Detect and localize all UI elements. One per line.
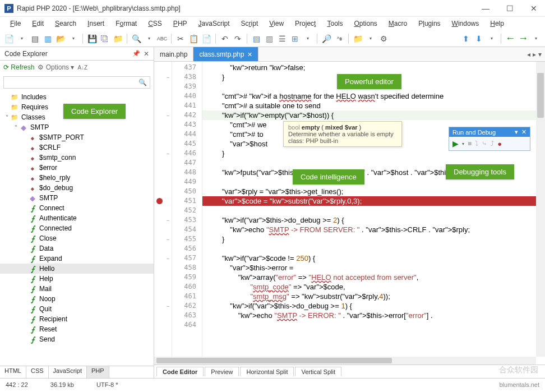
step-into-icon[interactable]: ⤷ — [482, 140, 487, 147]
tree-item[interactable]: ⨍Send — [0, 334, 154, 344]
pin-icon[interactable]: 📌 — [132, 50, 140, 57]
dropdown-icon[interactable]: ▾ — [530, 33, 542, 44]
tree-item[interactable]: ⨍Noop — [0, 294, 154, 304]
code-content[interactable]: "kw">return "kw">false; } "cmt"># "kw">i… — [202, 62, 545, 357]
paste-icon[interactable]: 📄 — [201, 33, 212, 44]
vertical-scrollbar[interactable] — [536, 62, 545, 357]
save-icon[interactable]: 💾 — [86, 33, 98, 44]
tree-includes[interactable]: 📁Includes — [0, 92, 154, 102]
tree-item[interactable]: ⨍Data — [0, 243, 154, 253]
debug-panel-header[interactable]: Run and Debug ▾ ✕ — [449, 127, 530, 137]
redo-icon[interactable]: ↷ — [232, 33, 243, 44]
sidebar-tab-php[interactable]: PHP — [87, 366, 109, 378]
tab-menu-icon[interactable]: ▾ — [538, 50, 542, 58]
dropdown-icon[interactable]: ▾ — [365, 33, 376, 44]
new-file-icon[interactable]: 📄 — [3, 33, 15, 44]
menu-script[interactable]: Script — [237, 19, 263, 29]
tree-item[interactable]: ⨍Mail — [0, 284, 154, 294]
code-view[interactable]: −−−−−−− 43743843944044144244344444544644… — [154, 62, 545, 357]
minimize-button[interactable]: — — [478, 4, 493, 13]
sort-button[interactable]: A↓Z — [77, 64, 87, 71]
next-tab-icon[interactable]: ▸ — [533, 50, 536, 58]
tree-item[interactable]: ⬥$do_debug — [0, 183, 154, 193]
tree-item[interactable]: ⨍Quit — [0, 304, 154, 314]
search-input[interactable] — [3, 76, 150, 89]
indent-icon[interactable]: ▤ — [251, 33, 262, 44]
spell-icon[interactable]: ABC — [156, 33, 168, 44]
upload-icon[interactable]: ⬆ — [460, 33, 472, 44]
tree-item[interactable]: ⨍Authenticate — [0, 213, 154, 223]
tree-item[interactable]: ⬥$helo_rply — [0, 173, 154, 183]
outdent-icon[interactable]: ▥ — [264, 33, 275, 44]
menu-php[interactable]: PHP — [169, 19, 192, 29]
prev-tab-icon[interactable]: ◂ — [527, 50, 530, 58]
tree-smtp[interactable]: ˅◆SMTP — [0, 122, 154, 132]
menu-plugins[interactable]: Plugins — [414, 19, 445, 29]
menu-help[interactable]: Help — [486, 19, 509, 29]
step-out-icon[interactable]: ⤴ — [491, 140, 494, 147]
tree-item[interactable]: ⨍Recipient — [0, 314, 154, 324]
grid-icon[interactable]: ⊞ — [289, 33, 301, 44]
forward-icon[interactable]: → — [518, 33, 529, 44]
tree-item[interactable]: ◆SMTP — [0, 193, 154, 203]
sidebar-tab-css[interactable]: CSS — [26, 366, 49, 378]
bottom-tab-hsplit[interactable]: Horizontal Split — [240, 367, 294, 376]
refresh-button[interactable]: ⟳ Refresh — [3, 63, 34, 71]
menu-edit[interactable]: Edit — [27, 19, 48, 29]
menu-format[interactable]: Format — [111, 19, 141, 29]
copy-icon[interactable]: 📋 — [188, 33, 199, 44]
sidebar-tab-javascript[interactable]: JavaScript — [49, 366, 87, 378]
close-tab-icon[interactable]: × — [247, 50, 252, 59]
tree-item[interactable]: ⨍Close — [0, 233, 154, 243]
tree-item[interactable]: ⬥$error — [0, 163, 154, 173]
menu-css[interactable]: CSS — [144, 19, 167, 29]
tab-smtp[interactable]: class.smtp.php× — [193, 47, 258, 61]
dropdown-icon[interactable]: ▾ — [144, 33, 155, 44]
new-icon[interactable]: ▤ — [29, 33, 40, 44]
tree-item[interactable]: ⨍Connected — [0, 223, 154, 233]
menu-macro[interactable]: Macro — [384, 19, 412, 29]
find-replace-icon[interactable]: ᴬʙ — [334, 33, 345, 44]
tree-item[interactable]: ⬥$smtp_conn — [0, 153, 154, 163]
dropdown-icon[interactable]: ▾ — [302, 33, 313, 44]
tab-main[interactable]: main.php — [154, 47, 193, 61]
menu-project[interactable]: Project — [290, 19, 320, 29]
template-icon[interactable]: ▥ — [42, 33, 53, 44]
debug-panel[interactable]: Run and Debug ▾ ✕ ▶ ▾ ■ ⤵ ⤷ ⤴ ● — [449, 127, 530, 151]
close-panel-icon[interactable]: ✕ — [144, 50, 149, 58]
dropdown-icon[interactable]: ▾ — [16, 33, 27, 44]
download-icon[interactable]: ⬇ — [473, 33, 484, 44]
open-folder-icon[interactable]: 📂 — [55, 33, 66, 44]
menu-javascript[interactable]: JavaScript — [194, 19, 234, 29]
tree-item[interactable]: ⨍Reset — [0, 324, 154, 334]
tree-item[interactable]: ⬥$SMTP_PORT — [0, 132, 154, 142]
sidebar-tab-html[interactable]: HTML — [0, 366, 26, 378]
back-icon[interactable]: ← — [505, 33, 516, 44]
menu-windows[interactable]: Windows — [447, 19, 484, 29]
menu-insert[interactable]: Insert — [83, 19, 109, 29]
record-icon[interactable]: ● — [497, 140, 502, 148]
step-over-icon[interactable]: ⤵ — [475, 140, 478, 147]
breakpoint-margin[interactable] — [154, 62, 164, 357]
stop-icon[interactable]: ■ — [468, 140, 472, 147]
options-button[interactable]: ⚙ Options ▾ — [38, 63, 74, 71]
gear-icon[interactable]: ⚙ — [378, 33, 389, 44]
menu-view[interactable]: View — [265, 19, 288, 29]
dropdown-icon[interactable]: ▾ — [462, 141, 464, 146]
play-icon[interactable]: ▶ — [452, 139, 459, 148]
menu-search[interactable]: Search — [50, 19, 81, 29]
dropdown-icon[interactable]: ▾ — [486, 33, 497, 44]
tree-item[interactable]: ⨍Connect — [0, 203, 154, 213]
find-icon[interactable]: 🔎 — [321, 33, 332, 44]
chevron-down-icon[interactable]: ▾ — [515, 128, 518, 136]
menu-tools[interactable]: Tools — [322, 19, 347, 29]
tree-item[interactable]: ⨍Help — [0, 274, 154, 284]
save-all-icon[interactable]: ⿻ — [99, 33, 110, 44]
undo-icon[interactable]: ↶ — [219, 33, 230, 44]
tree-item[interactable]: ⬥$CRLF — [0, 142, 154, 153]
save-as-icon[interactable]: 📁 — [112, 33, 123, 44]
bottom-tab-editor[interactable]: Code Editor — [156, 367, 204, 376]
tree-item[interactable]: ⨍Hello — [0, 264, 154, 274]
bottom-tab-preview[interactable]: Preview — [205, 367, 239, 376]
maximize-button[interactable]: ☐ — [503, 4, 517, 13]
